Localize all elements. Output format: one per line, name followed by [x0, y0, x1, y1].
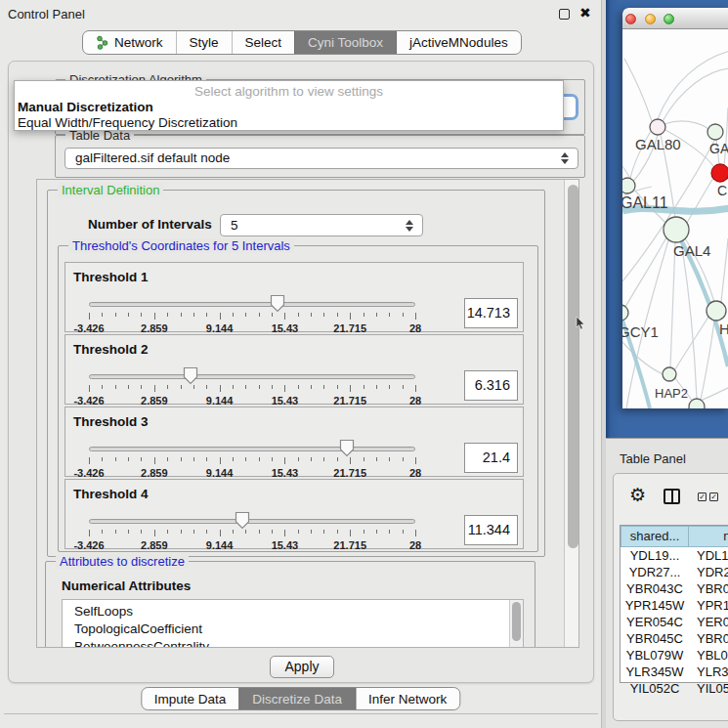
network-canvas[interactable]: GAL80GACGAL11GAL4GCY1HHAP2: [622, 29, 728, 408]
select-columns-icon[interactable]: ✓: [698, 492, 707, 501]
threshold-value-field[interactable]: 6.316: [464, 370, 518, 401]
threshold-panel: Threshold 1 -3.4262.8599.14415.4321.7152…: [64, 262, 524, 332]
table-row[interactable]: YDR27... YDR27: [621, 564, 728, 580]
slider-track[interactable]: [89, 302, 415, 307]
network-window-titlebar: [622, 8, 728, 29]
table-row[interactable]: YPR145W YPR14: [621, 597, 728, 614]
tab[interactable]: Infer Network: [356, 688, 459, 709]
network-node[interactable]: [663, 367, 676, 381]
panel-title: Control Panel: [8, 7, 85, 21]
split-columns-icon[interactable]: [664, 489, 680, 504]
dropdown-option-manual[interactable]: Manual Discretization: [18, 100, 153, 114]
table-row[interactable]: YDL19... YDL19: [621, 547, 728, 564]
number-of-intervals-label: Number of Intervals: [88, 217, 212, 232]
cell-shared-name: YDL19...: [621, 547, 689, 564]
table-row[interactable]: YBR045C YBR04: [621, 630, 728, 647]
table-data-value: galFiltered.sif default node: [75, 150, 230, 165]
threshold-value-field[interactable]: 11.344: [464, 515, 518, 545]
mouse-cursor: [576, 317, 585, 330]
dropdown-option-equal-width[interactable]: Equal Width/Frequency Discretization: [18, 115, 237, 130]
tab[interactable]: Cyni Toolbox: [294, 31, 397, 54]
tab[interactable]: Discretize Data: [238, 688, 356, 709]
tab-label: Select: [245, 35, 282, 50]
window-bottom-edge: [4, 713, 598, 714]
network-node[interactable]: [707, 124, 723, 140]
zoom-traffic-light[interactable]: [664, 14, 674, 24]
threshold-slider[interactable]: -3.4262.8599.14415.4321.71528: [89, 372, 415, 406]
network-node[interactable]: [622, 178, 635, 193]
tab[interactable]: Impute Data: [142, 688, 239, 709]
table-row[interactable]: YER054C YER05: [621, 614, 728, 630]
tab[interactable]: Select: [232, 31, 295, 54]
cell-shared-name: YPR145W: [621, 597, 689, 614]
table-row[interactable]: YIL052C YIL05: [621, 680, 728, 697]
slider-handle[interactable]: [339, 439, 355, 457]
tab[interactable]: Style: [176, 31, 232, 54]
slider-track[interactable]: [89, 447, 415, 451]
column-header-name[interactable]: na: [689, 526, 728, 547]
threshold-slider[interactable]: -3.4262.8599.14415.4321.71528: [89, 517, 415, 550]
cell-name: YPR14: [689, 597, 728, 614]
network-node[interactable]: [711, 164, 728, 182]
node-label: H: [719, 321, 728, 337]
minimize-traffic-light[interactable]: [645, 14, 656, 24]
node-label: C: [717, 183, 727, 198]
attribute-list-item[interactable]: TopologicalCoefficient: [63, 621, 523, 638]
threshold-slider[interactable]: -3.4262.8599.14415.4321.71528: [89, 445, 415, 478]
float-window-icon[interactable]: [559, 9, 570, 20]
scrollbar-thumb[interactable]: [568, 185, 578, 548]
cell-shared-name: YDR27...: [621, 564, 689, 580]
tab-label: Impute Data: [154, 692, 227, 707]
threshold-slider[interactable]: -3.4262.8599.14415.4321.71528: [89, 300, 415, 333]
cell-shared-name: YBL079W: [621, 647, 689, 664]
screen: { "colors": { "accent_green": "#2db32d",…: [0, 0, 728, 728]
slider-handle[interactable]: [183, 366, 198, 385]
attribute-list-item[interactable]: BetweennessCentrality: [63, 638, 523, 648]
network-node[interactable]: [622, 305, 628, 321]
tab[interactable]: jActiveMNodules: [397, 31, 521, 54]
threshold-value-field[interactable]: 14.713: [464, 298, 518, 328]
number-of-intervals-spinner[interactable]: 5: [220, 214, 423, 236]
threshold-value-field[interactable]: 21.4: [464, 443, 518, 473]
cell-shared-name: YIL052C: [621, 680, 689, 697]
table-row[interactable]: YLR345W YLR34: [621, 664, 728, 680]
list-scrollbar[interactable]: [509, 600, 523, 648]
interval-definition-group: Interval Definition Number of Intervals …: [47, 190, 545, 557]
node-label: GCY1: [622, 323, 659, 340]
table-data-combobox[interactable]: galFiltered.sif default node: [64, 148, 578, 169]
dropdown-prompt-item[interactable]: Select algorithm to view settings: [15, 84, 563, 99]
network-node[interactable]: [707, 301, 726, 321]
table-row[interactable]: YBL079W YBL07: [621, 647, 728, 664]
slider-track[interactable]: [89, 374, 415, 379]
threshold-label: Threshold 4: [73, 487, 149, 501]
table-row[interactable]: YBR043C YBR04: [621, 580, 728, 597]
column-header-shared-name[interactable]: shared...: [621, 526, 689, 547]
select-rows-icon[interactable]: ✓: [709, 492, 718, 501]
network-node[interactable]: [664, 217, 689, 242]
network-node[interactable]: [650, 119, 665, 135]
numerical-attributes-list[interactable]: SelfLoopsTopologicalCoefficientBetweenne…: [62, 599, 524, 648]
control-panel-titlebar: Control Panel ✖: [0, 0, 601, 27]
tab-label: Infer Network: [368, 692, 447, 707]
table-panel: ⚙ ✓ ✓ shared... na YDL19... YDL19 YDR27.…: [613, 473, 728, 721]
tab-label: Network: [114, 35, 163, 50]
settings-gear-icon[interactable]: ⚙: [629, 484, 646, 506]
close-traffic-light[interactable]: [625, 14, 636, 24]
threshold-label: Threshold 1: [73, 270, 149, 284]
node-attribute-table[interactable]: shared... na YDL19... YDL19 YDR27... YDR…: [620, 525, 728, 683]
cyni-toolbox-panel: Discretization Algorithm Table Data galF…: [8, 61, 594, 683]
tab-label: Cyni Toolbox: [308, 35, 383, 50]
slider-handle[interactable]: [235, 511, 250, 530]
network-view-window[interactable]: GAL80GACGAL11GAL4GCY1HHAP2: [622, 8, 728, 408]
apply-button[interactable]: Apply: [270, 656, 334, 678]
slider-track[interactable]: [89, 519, 415, 524]
vertical-scrollbar[interactable]: [564, 180, 579, 648]
slider-ticks: [89, 313, 415, 321]
attribute-list-item[interactable]: SelfLoops: [63, 600, 523, 621]
close-icon[interactable]: ✖: [579, 5, 591, 21]
slider-handle[interactable]: [270, 294, 285, 313]
tab[interactable]: Network: [83, 31, 176, 54]
threshold-panel: Threshold 4 -3.4262.8599.14415.4321.7152…: [64, 479, 524, 549]
network-node[interactable]: [689, 399, 705, 408]
intervals-value: 5: [231, 218, 238, 233]
